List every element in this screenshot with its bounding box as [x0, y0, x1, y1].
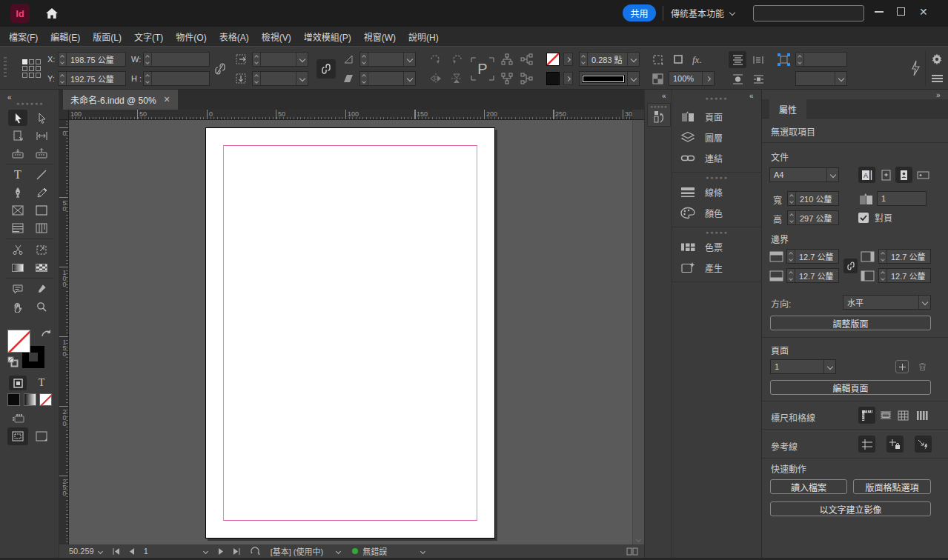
direction-dropdown[interactable]: 水平 — [843, 295, 931, 310]
y-field[interactable]: 192.75 公釐 — [58, 71, 126, 86]
search-input[interactable] — [753, 5, 864, 21]
tool-direct-selection[interactable] — [32, 110, 51, 126]
tool-rectangle[interactable] — [32, 202, 51, 219]
dock-item-links[interactable]: 連結 — [672, 147, 762, 168]
tool-zoom[interactable] — [32, 299, 51, 315]
toggle-cjk-grid-button[interactable] — [913, 407, 930, 424]
scale-y-arrow[interactable] — [296, 72, 308, 85]
dock-item-pages[interactable]: 頁面 — [672, 106, 762, 127]
text-baseline-icon[interactable] — [749, 51, 767, 68]
rotation-stepper[interactable] — [360, 53, 368, 66]
margin-top-stepper[interactable] — [787, 250, 795, 263]
menu-plugins[interactable]: 增效模組(P) — [304, 30, 351, 43]
document-tab[interactable]: 未命名-6.indd @ 50% ✕ — [63, 90, 178, 110]
grid-options-button[interactable]: 版面格點選項 — [853, 479, 931, 494]
page-size-arrow[interactable] — [826, 168, 838, 181]
tool-content-placer[interactable] — [32, 145, 51, 161]
page[interactable] — [205, 127, 495, 539]
h-field[interactable] — [143, 71, 210, 86]
height-stepper[interactable] — [788, 211, 796, 224]
effects-fx-icon[interactable]: fx. — [692, 54, 702, 66]
x-stepper[interactable] — [59, 53, 67, 66]
dist-h-tree-icon[interactable] — [520, 73, 534, 84]
canvas[interactable] — [69, 120, 632, 544]
minimize-button[interactable] — [875, 11, 884, 13]
doc-setup-button[interactable]: A — [858, 167, 875, 183]
gear-icon[interactable] — [931, 53, 943, 65]
apply-color-button[interactable] — [7, 393, 20, 406]
apply-gradient-button[interactable] — [24, 393, 36, 406]
tool-selection[interactable] — [8, 110, 27, 126]
tool-frame[interactable] — [8, 202, 27, 219]
workspace-switcher[interactable]: 傳統基本功能 — [671, 4, 735, 21]
scale-x-stepper[interactable] — [253, 53, 261, 66]
collapsed-panel-button[interactable]: ●●●●● — [647, 103, 671, 127]
doc-preset-button[interactable] — [878, 167, 895, 183]
stroke-color-flyout[interactable] — [563, 53, 573, 66]
rotate-ccw-icon[interactable] — [451, 53, 464, 65]
menu-file[interactable]: 檔案(F) — [9, 30, 38, 43]
opacity-flyout[interactable] — [702, 72, 714, 85]
page-size-dropdown[interactable]: A4 — [769, 167, 839, 182]
text-align-frame-icon[interactable] — [729, 51, 746, 68]
object-style-icon[interactable] — [673, 54, 683, 64]
tool-pen[interactable] — [8, 184, 27, 201]
toggle-document-grid-button[interactable] — [895, 407, 912, 424]
stroke-weight-arrow[interactable] — [627, 53, 639, 66]
orientation-landscape-button[interactable] — [915, 167, 932, 183]
share-button[interactable]: 共用 — [623, 4, 656, 21]
preflight-status[interactable]: 無錯誤 — [352, 545, 425, 557]
orientation-portrait-button[interactable] — [895, 167, 912, 183]
width-field[interactable]: 210 公釐 — [787, 191, 839, 206]
dock-item-swatches[interactable]: 色票 — [672, 236, 762, 257]
tool-horizontal-grid[interactable] — [8, 220, 27, 236]
tool-content-collector[interactable] — [8, 145, 27, 161]
screen-mode-normal-icon[interactable] — [7, 427, 28, 445]
horizontal-ruler[interactable]: 100 50 0 50 100 150 200 250 300 — [69, 110, 632, 120]
quick-apply-icon[interactable] — [910, 60, 921, 76]
properties-expand-icon[interactable]: » — [936, 91, 941, 99]
align-top-tree-icon[interactable] — [501, 53, 513, 65]
rotate-cw-icon[interactable] — [428, 53, 442, 65]
menu-object[interactable]: 物件(O) — [176, 30, 206, 43]
flip-horizontal-icon[interactable] — [430, 73, 442, 84]
menu-table[interactable]: 表格(A) — [219, 30, 249, 43]
dock-collapse-icon[interactable]: « — [749, 92, 754, 100]
menu-edit[interactable]: 編輯(E) — [50, 30, 80, 43]
menu-layout[interactable]: 版面(L) — [93, 30, 122, 43]
dock-item-stroke[interactable]: 線條 — [672, 181, 762, 202]
formatting-text-icon[interactable]: T — [33, 376, 50, 390]
first-page-button[interactable] — [113, 548, 120, 555]
tool-line[interactable] — [32, 167, 51, 183]
align-mid-tree-icon[interactable] — [520, 53, 534, 65]
stroke-style-field[interactable] — [579, 71, 640, 86]
maximize-button[interactable] — [897, 7, 905, 16]
menu-window[interactable]: 視窗(W) — [364, 30, 396, 43]
corner-options-icon[interactable] — [652, 54, 664, 66]
stroke-style-arrow[interactable] — [627, 72, 639, 85]
screen-mode-preview-icon[interactable] — [31, 427, 52, 445]
prev-page-button[interactable] — [129, 548, 135, 555]
dock-item-layers[interactable]: 圖層 — [672, 127, 762, 147]
last-page-button[interactable] — [233, 548, 240, 555]
rotation-arrow[interactable] — [403, 53, 415, 66]
menu-help[interactable]: 說明(H) — [408, 30, 439, 43]
apply-none-button[interactable] — [39, 393, 52, 406]
lock-guides-button[interactable] — [886, 436, 904, 453]
margin-outside-stepper[interactable] — [879, 269, 887, 282]
tool-hand[interactable] — [8, 299, 27, 315]
width-stepper[interactable] — [788, 192, 796, 205]
stroke-weight-stepper[interactable] — [580, 53, 588, 66]
smart-guides-button[interactable] — [915, 436, 932, 453]
menu-type[interactable]: 文字(T) — [134, 30, 163, 43]
tab-close-icon[interactable]: ✕ — [164, 95, 170, 104]
stroke-weight-field[interactable]: 0.283 點 — [579, 52, 640, 67]
scale-y-stepper[interactable] — [253, 72, 261, 85]
scale-x-field[interactable] — [252, 52, 308, 67]
toggle-rulers-button[interactable] — [858, 407, 875, 424]
tab-properties[interactable]: 屬性 — [769, 99, 806, 119]
shear-field[interactable] — [359, 71, 416, 86]
flip-vertical-icon[interactable] — [451, 73, 463, 84]
margin-bottom-field[interactable]: 12.7 公釐 — [786, 268, 839, 283]
tool-gradient-feather[interactable] — [32, 259, 51, 276]
